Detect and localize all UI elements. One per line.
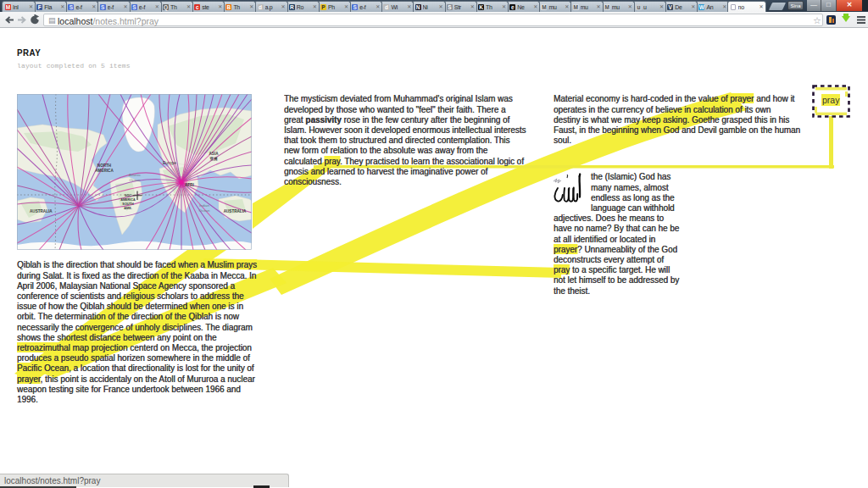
svg-text:Ocean: Ocean xyxy=(199,208,210,213)
svg-text:AUSTRALIA: AUSTRALIA xyxy=(224,209,247,214)
svg-text:AME.: AME. xyxy=(124,207,132,210)
svg-text:Ocean: Ocean xyxy=(130,178,141,182)
svg-text:ASIA: ASIA xyxy=(209,152,220,156)
svg-text:亚洲: 亚洲 xyxy=(209,156,218,161)
svg-text:Atlantic: Atlantic xyxy=(129,173,142,177)
svg-text:Indian: Indian xyxy=(199,203,210,208)
svg-text:AFRI: AFRI xyxy=(185,183,194,187)
svg-text:AMERICA: AMERICA xyxy=(120,198,136,202)
svg-text:NORTH: NORTH xyxy=(97,164,112,168)
svg-text:AMERICA: AMERICA xyxy=(95,169,114,173)
svg-text:SOUTH: SOUTH xyxy=(122,202,134,206)
svg-text:Europe: Europe xyxy=(163,160,176,165)
svg-text:AUSTRALIA: AUSTRALIA xyxy=(30,209,53,214)
svg-text:SOC: SOC xyxy=(125,194,131,197)
